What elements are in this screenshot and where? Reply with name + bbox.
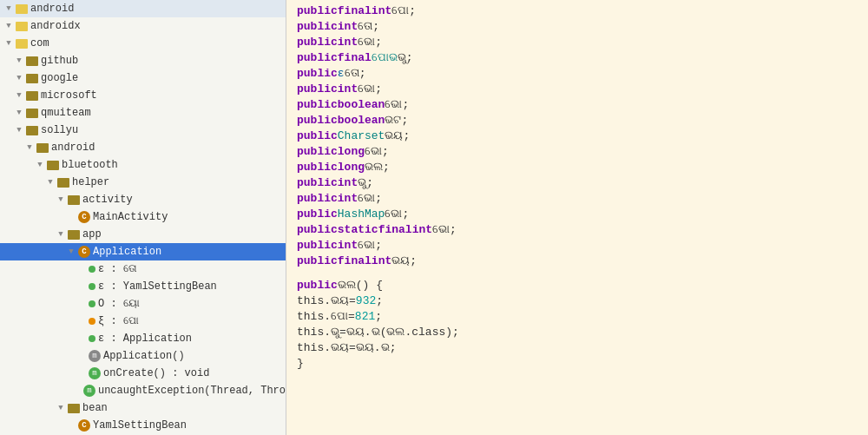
tree-item-activity[interactable]: activity (0, 191, 286, 208)
tree-item-label: androidx (30, 20, 81, 32)
tree-item-label: android (30, 3, 74, 15)
tree-arrow (66, 247, 76, 257)
tree-item-Application[interactable]: CApplication (0, 243, 286, 260)
code-line: public boolean ଭଟ; (286, 113, 868, 129)
tree-item-label: qmuiteam (41, 107, 91, 119)
tree-item-bean[interactable]: bean (0, 399, 286, 417)
tree-arrow (14, 108, 24, 118)
code-blank-line (286, 269, 868, 278)
tree-item-label: Application (93, 246, 161, 258)
code-line: public ଭଲ() { (286, 278, 868, 293)
tree-item-label: google (41, 72, 78, 84)
code-line: public ε ତୋ; (286, 66, 868, 82)
tree-item-com[interactable]: com (0, 35, 286, 52)
package-folder-icon (68, 195, 80, 205)
method-icon: m (89, 350, 101, 362)
tree-item-label: github (41, 55, 78, 67)
tree-item-label: sollyu (41, 124, 78, 136)
code-line: public static final int ଭୋ; (286, 222, 868, 238)
tree-item-label: microsoft (41, 89, 97, 102)
tree-item-field3[interactable]: O : ୟୋ (0, 295, 286, 313)
tree-item-field1[interactable]: ε : ତୋ (0, 260, 286, 278)
tree-item-label: ξ : ପୋ (98, 315, 139, 327)
code-line: public boolean ଭୋ; (286, 97, 868, 113)
tree-item-label: app (82, 228, 102, 241)
tree-item-label: O : ୟୋ (98, 298, 140, 310)
tree-item-helper[interactable]: helper (0, 174, 286, 191)
tree-item-github[interactable]: github (0, 52, 286, 69)
tree-item-sollyu-android[interactable]: android (0, 139, 286, 156)
tree-item-field2[interactable]: ε : YamlSettingBean (0, 278, 286, 295)
tree-arrow (3, 38, 14, 49)
tree-item-YamlSettingBean[interactable]: CYamlSettingBean (0, 417, 286, 434)
code-line: public long ଭଲ; (286, 160, 868, 175)
tree-item-label: android (51, 142, 95, 154)
package-folder-icon (57, 178, 69, 188)
tree-item-label: bluetooth (62, 159, 118, 171)
file-tree: androidandroidxcomgithubgooglemicrosoftq… (0, 0, 286, 435)
tree-item-qmuiteam[interactable]: qmuiteam (0, 104, 286, 122)
tree-item-bluetooth[interactable]: bluetooth (0, 156, 286, 174)
tree-arrow (14, 125, 24, 135)
method-icon: m (89, 367, 101, 379)
tree-item-method3[interactable]: muncaughtException(Thread, Thro (0, 382, 286, 399)
class-icon: C (78, 211, 90, 223)
code-line: public int ଭୋ; (286, 238, 868, 254)
field-icon (89, 266, 95, 273)
tree-item-label: uncaughtException(Thread, Thro (98, 385, 286, 397)
code-line: public final int ପୋ; (286, 3, 868, 19)
code-line: public final ପୋଭ ଭୁ; (286, 50, 868, 66)
package-folder-icon (26, 109, 38, 118)
package-folder-icon (26, 126, 38, 135)
tree-item-method2[interactable]: monCreate() : void (0, 365, 286, 382)
tree-item-MainActivity[interactable]: CMainActivity (0, 208, 286, 226)
code-editor: public final int ପୋ;public int ତୋ;public… (286, 0, 868, 435)
package-folder-icon (68, 404, 80, 413)
tree-item-label: ε : YamlSettingBean (98, 280, 217, 293)
tree-item-app[interactable]: app (0, 226, 286, 243)
package-folder-icon (47, 161, 59, 170)
tree-item-sollyu[interactable]: sollyu (0, 122, 286, 139)
class-icon: C (78, 419, 90, 432)
tree-item-field5[interactable]: ε : Application (0, 330, 286, 347)
tree-arrow (56, 229, 66, 240)
code-line: public int ଭୋ; (286, 191, 868, 207)
tree-item-label: MainActivity (93, 211, 168, 223)
code-line: this.ଭୟ = 932; (286, 293, 868, 309)
tree-arrow (14, 56, 24, 66)
tree-arrow (3, 3, 14, 14)
tree-item-label: activity (82, 194, 133, 206)
tree-item-label: com (30, 37, 49, 49)
tree-item-field4[interactable]: ξ : ପୋ (0, 313, 286, 330)
folder-icon (16, 4, 28, 14)
field-icon (89, 300, 95, 307)
code-line: this.ପୋ = 821; (286, 309, 868, 325)
package-folder-icon (26, 56, 38, 66)
tree-item-android[interactable]: android (0, 0, 286, 17)
field-icon (89, 318, 95, 325)
folder-icon (16, 22, 28, 31)
tree-item-google[interactable]: google (0, 69, 286, 87)
package-folder-icon (26, 74, 38, 83)
tree-item-label: YamlSettingBean (93, 419, 187, 432)
tree-item-label: bean (82, 402, 108, 414)
tree-item-method1[interactable]: mApplication() (0, 347, 286, 365)
field-icon (89, 335, 95, 342)
code-line: public int ଭୋ; (286, 35, 868, 50)
code-line: public long ଭୋ; (286, 144, 868, 160)
tree-arrow (56, 403, 66, 413)
tree-item-microsoft[interactable]: microsoft (0, 87, 286, 104)
tree-arrow (56, 194, 66, 205)
tree-arrow (14, 73, 24, 83)
field-icon (89, 283, 95, 290)
tree-arrow (3, 21, 14, 31)
package-folder-icon (36, 143, 49, 153)
code-line: public int ତୋ; (286, 19, 868, 35)
tree-item-label: ε : Application (98, 333, 192, 345)
code-line: this.ଭୁ = ଭୟ.ଭ(ଭଲ.class); (286, 325, 868, 340)
code-line: public HashMap ଭୋ; (286, 207, 868, 222)
tree-item-androidx[interactable]: androidx (0, 17, 286, 35)
package-folder-icon (68, 230, 80, 240)
tree-arrow (24, 142, 35, 153)
package-folder-icon (26, 91, 38, 101)
